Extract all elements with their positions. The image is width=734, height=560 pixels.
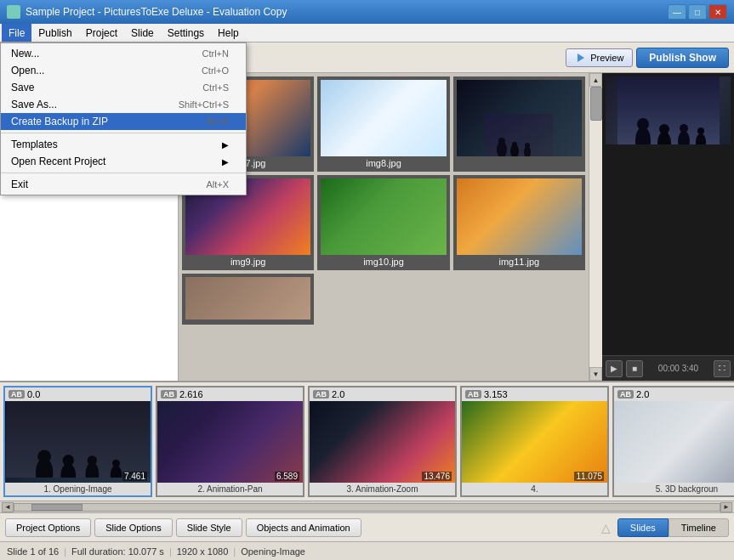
menu-separator-2: [1, 173, 246, 173]
preview-strip: [602, 73, 734, 355]
scrollbar-track[interactable]: [589, 87, 602, 367]
slide-style-button[interactable]: Slide Style: [176, 518, 242, 537]
ab-value-5: 2.0: [636, 389, 649, 399]
statusbar: Slide 1 of 16 | Full duration: 10.077 s …: [0, 541, 734, 560]
image-thumb-11[interactable]: img11.jpg: [453, 175, 585, 270]
menu-file-save[interactable]: Save Ctrl+S: [1, 79, 246, 96]
slide-duration-1: 7.461: [122, 472, 147, 481]
menu-file-templates[interactable]: Templates ▶: [1, 136, 246, 153]
scrollbar-down-arrow[interactable]: ▼: [589, 367, 602, 381]
tab-separator-icon: △: [601, 521, 611, 535]
slide-header-4: AB 3.153: [462, 387, 607, 401]
slide-duration-2: 6.589: [275, 472, 299, 481]
slide-strip: AB 0.0 7.4: [0, 381, 734, 512]
objects-animation-button[interactable]: Objects and Animation: [246, 518, 361, 537]
slide-duration-3: 13.476: [422, 472, 452, 481]
image-thumb-10[interactable]: img10.jpg: [317, 175, 449, 270]
slide-label-5: 5. 3D backgroun: [614, 483, 734, 495]
stop-button[interactable]: ■: [626, 360, 643, 377]
menu-file-open[interactable]: Open... Ctrl+O: [1, 62, 246, 79]
svg-point-37: [112, 460, 120, 467]
image-thumb-preview[interactable]: [453, 76, 585, 172]
ab-value-1: 0.0: [27, 389, 40, 399]
image-thumb-8[interactable]: img8.jpg: [317, 76, 449, 172]
hscrollbar-thumb[interactable]: [31, 504, 83, 511]
preview-icon: [575, 52, 587, 64]
tab-slides[interactable]: Slides: [617, 518, 669, 537]
hscrollbar-track[interactable]: [14, 503, 720, 512]
menu-settings[interactable]: Settings: [161, 24, 211, 42]
preview-button[interactable]: Preview: [566, 48, 633, 67]
project-options-button[interactable]: Project Options: [5, 518, 91, 537]
slide-label-2: 2. Animation-Pan: [157, 483, 303, 495]
menu-project[interactable]: Project: [79, 24, 124, 42]
slide-label-3: 3. Animation-Zoom: [310, 483, 455, 495]
slide-thumb-4: 11.075: [462, 401, 607, 483]
svg-point-28: [697, 127, 704, 134]
status-image-name: Opening-Image: [241, 546, 305, 557]
playback-bar: ▶ ■ 00:00 3:40 ⛶: [602, 355, 734, 381]
slide-item-5[interactable]: AB 2.0 5. 3D backgroun: [612, 386, 734, 497]
image-thumb-partial[interactable]: [182, 274, 314, 325]
image-grid-scrollbar: ▲ ▼: [589, 73, 602, 381]
slide-options-button[interactable]: Slide Options: [94, 518, 172, 537]
fullscreen-button[interactable]: ⛶: [714, 360, 731, 377]
window-title: Sample Project - PicturesToExe Deluxe - …: [26, 6, 666, 18]
slide-thumb-1: 7.461: [5, 401, 151, 483]
svg-point-19: [525, 143, 530, 148]
maximize-button[interactable]: □: [688, 4, 707, 20]
tab-timeline[interactable]: Timeline: [669, 518, 729, 537]
slide-item-4[interactable]: AB 3.153 11.075 4.: [460, 386, 609, 497]
slide-header-2: AB 2.616: [157, 387, 303, 401]
titlebar: Sample Project - PicturesToExe Deluxe - …: [0, 0, 734, 24]
file-dropdown-menu: New... Ctrl+N Open... Ctrl+O Save Ctrl+S…: [0, 42, 247, 195]
menu-file-recent[interactable]: Open Recent Project ▶: [1, 153, 246, 170]
app-icon: [7, 5, 20, 19]
ab-badge-1: AB: [9, 390, 25, 399]
svg-point-26: [680, 124, 688, 133]
slide-thumb-3: 13.476: [310, 401, 455, 483]
slide-item-1[interactable]: AB 0.0 7.4: [3, 386, 152, 497]
slide-header-1: AB 0.0: [5, 387, 151, 401]
menu-file-exit[interactable]: Exit Alt+X: [1, 176, 246, 193]
svg-point-33: [63, 455, 75, 467]
slide-label-1: 1. Opening-Image: [5, 483, 151, 495]
scrollbar-thumb[interactable]: [590, 87, 602, 121]
svg-rect-29: [6, 401, 150, 478]
hscrollbar-right-arrow[interactable]: ►: [720, 502, 732, 512]
minimize-button[interactable]: —: [668, 4, 686, 20]
menu-file-save-as[interactable]: Save As... Shift+Ctrl+S: [1, 96, 246, 113]
ab-value-2: 2.616: [179, 389, 203, 399]
ab-badge-2: AB: [161, 390, 177, 399]
play-button[interactable]: ▶: [606, 360, 623, 377]
slide-item-2[interactable]: AB 2.616 6.589 2. Animation-Pan: [156, 386, 304, 497]
menu-help[interactable]: Help: [211, 24, 246, 42]
menu-publish[interactable]: Publish: [31, 24, 78, 42]
svg-point-31: [37, 450, 51, 463]
slide-thumb-2: 6.589: [157, 401, 303, 483]
menu-file-backup[interactable]: Create Backup in ZIP Alt+B: [1, 113, 246, 130]
ab-value-4: 3.153: [484, 389, 508, 399]
menu-file[interactable]: File: [2, 24, 31, 42]
hscrollbar-left-arrow[interactable]: ◄: [2, 502, 14, 512]
svg-marker-0: [578, 54, 584, 62]
slide-duration-4: 11.075: [574, 472, 604, 481]
ab-badge-5: AB: [617, 390, 634, 399]
scrollbar-up-arrow[interactable]: ▲: [589, 73, 602, 87]
slide-strip-scroll: AB 0.0 7.4: [0, 382, 734, 501]
slide-header-3: AB 2.0: [310, 387, 455, 401]
preview-silhouette-svg: [617, 76, 720, 144]
publish-show-button[interactable]: Publish Show: [636, 48, 729, 68]
menubar: File Publish Project Slide Settings Help…: [0, 24, 734, 42]
svg-point-35: [88, 455, 97, 465]
menu-file-new[interactable]: New... Ctrl+N: [1, 45, 246, 62]
preview-panel: ▶ ■ 00:00 3:40 ⛶: [602, 73, 734, 381]
menu-slide[interactable]: Slide: [124, 24, 161, 42]
status-resolution: 1920 x 1080: [177, 546, 229, 557]
slide-thumb-5: [614, 401, 734, 483]
horizontal-scrollbar: ◄ ►: [0, 501, 734, 512]
preview-main-image: [606, 76, 731, 144]
ab-badge-4: AB: [465, 390, 481, 399]
close-button[interactable]: ✕: [708, 4, 727, 20]
slide-item-3[interactable]: AB 2.0 13.476 3. Animation-Zoom: [308, 386, 457, 497]
